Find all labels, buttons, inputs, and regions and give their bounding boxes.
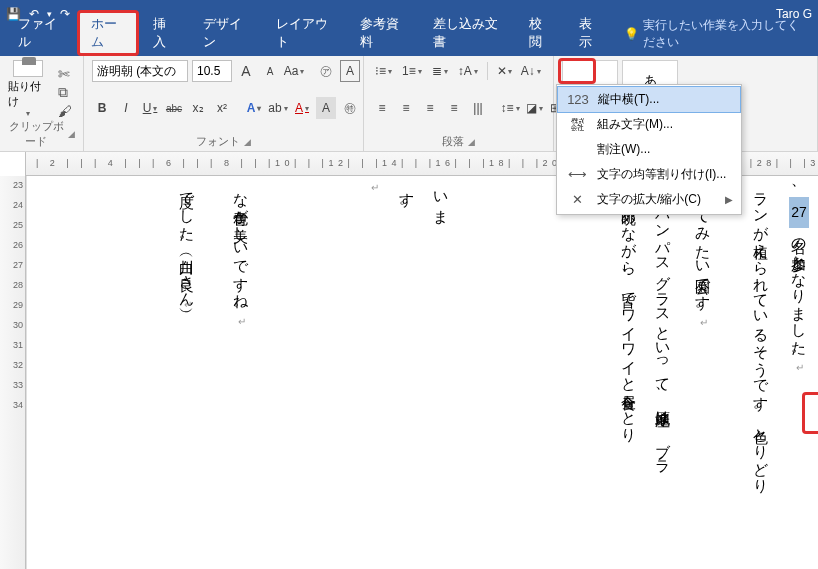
tab-home[interactable]: ホーム	[77, 10, 139, 56]
shading-button[interactable]: ◪	[524, 97, 544, 119]
superscript-button[interactable]: x²	[212, 97, 232, 119]
bold-button[interactable]: B	[92, 97, 112, 119]
kumimoji-icon: ㍿	[565, 117, 589, 132]
text-line-6: な青色が美しいですね。↵	[224, 182, 258, 562]
tcy-icon: 123	[566, 92, 590, 107]
change-case-button[interactable]: Aa	[284, 60, 304, 82]
grow-font-button[interactable]: A	[236, 60, 256, 82]
paste-button[interactable]: 貼り付け ▾	[8, 60, 48, 118]
tab-view[interactable]: 表示	[565, 10, 615, 56]
document-area: 232425262728293031323334 、総勢27名の参加となりました…	[0, 176, 818, 569]
bullets-button[interactable]: ⁝≡	[372, 60, 395, 82]
menu-kumimoji-label: 組み文字(M)...	[597, 116, 673, 133]
text-direction-button[interactable]: ↕A	[455, 60, 481, 82]
tell-me-placeholder: 実行したい作業を入力してください	[643, 17, 806, 51]
selected-number-27: 27	[789, 197, 809, 228]
char-shading-button[interactable]: A	[316, 97, 336, 119]
line-spacing-button[interactable]: ↕≡	[500, 97, 520, 119]
group-clipboard: 貼り付け ▾ ✄ ⧉ 🖌 クリップボード ◢	[0, 56, 84, 151]
subscript-button[interactable]: x₂	[188, 97, 208, 119]
text-line-2: ランが植えられているそうです。色とりどり	[744, 182, 778, 562]
tab-insert[interactable]: 挿入	[139, 10, 189, 56]
group-font: A A Aa ㋐ A B I U abc x₂ x² A ab A A ㊕ フォ…	[84, 56, 364, 151]
fitwidth-icon: ⟷	[565, 167, 589, 182]
italic-button[interactable]: I	[116, 97, 136, 119]
text-line-5: います。↵	[357, 182, 458, 222]
tab-mailings[interactable]: 差し込み文書	[419, 10, 514, 56]
format-painter-icon[interactable]: 🖌	[58, 103, 72, 119]
tab-references[interactable]: 参考資料	[346, 10, 419, 56]
menu-fitwidth-label: 文字の均等割り付け(I)...	[597, 166, 726, 183]
text-line-7: 度でした。（白川 良さん）↵	[170, 182, 204, 562]
menu-char-scale[interactable]: ✕ 文字の拡大/縮小(C) ▶	[557, 187, 741, 212]
tell-me-search[interactable]: 💡 実行したい作業を入力してください	[616, 12, 814, 56]
text-effects-button[interactable]: A	[244, 97, 264, 119]
ribbon-tabs: ファイル ホーム 挿入 デザイン レイアウト 参考資料 差し込み文書 校閲 表示…	[0, 28, 818, 56]
menu-tcy-label: 縦中横(T)...	[598, 91, 659, 108]
text-line-1: 、総勢27名の参加となりました。↵	[782, 182, 816, 562]
distributed-button[interactable]: |||	[468, 97, 488, 119]
ruby-button[interactable]: ㋐	[316, 60, 336, 82]
align-top-button[interactable]: ≡	[372, 97, 392, 119]
text-line-4: 。パンパスグラスといって、原産地は、ブラ穂を眺めながら、皆でワイワイと昼食をとり	[612, 182, 680, 562]
menu-tate-chu-yoko[interactable]: 123 縦中横(T)...	[557, 86, 741, 113]
group-clipboard-label: クリップボード	[8, 119, 64, 149]
numbering-button[interactable]: 1≡	[399, 60, 425, 82]
font-color-button[interactable]: A	[292, 97, 312, 119]
menu-kumimoji[interactable]: ㍿ 組み文字(M)...	[557, 112, 741, 137]
tab-file[interactable]: ファイル	[4, 10, 77, 56]
asian-layout-button[interactable]: ✕	[494, 60, 514, 82]
ribbon: 貼り付け ▾ ✄ ⧉ 🖌 クリップボード ◢ A A Aa ㋐ A B	[0, 56, 818, 152]
menu-warichu[interactable]: 割注(W)...	[557, 137, 741, 162]
paste-icon	[13, 60, 43, 77]
underline-button[interactable]: U	[140, 97, 160, 119]
highlight-button[interactable]: ab	[268, 97, 288, 119]
sort-button[interactable]: A↓	[518, 60, 544, 82]
clipboard-dialog-launcher[interactable]: ◢	[68, 129, 75, 139]
group-font-label: フォント	[196, 134, 240, 149]
document-page[interactable]: 、総勢27名の参加となりました。↵ ランが植えられているそうです。色とりどり っ…	[26, 176, 818, 569]
copy-icon[interactable]: ⧉	[58, 84, 72, 101]
font-size-combo[interactable]	[192, 60, 232, 82]
menu-scale-label: 文字の拡大/縮小(C)	[597, 191, 701, 208]
group-paragraph-label: 段落	[442, 134, 464, 149]
text-line-3: ってみたい公園です。↵	[686, 182, 720, 562]
shrink-font-button[interactable]: A	[260, 60, 280, 82]
strike-button[interactable]: abc	[164, 97, 184, 119]
font-dialog-launcher[interactable]: ◢	[244, 137, 251, 147]
group-paragraph: ⁝≡ 1≡ ≣ ↕A ✕ A↓ ≡ ≡ ≡ ≡ ||| ↕≡ ◪ ⊞ 段落 ◢	[364, 56, 554, 151]
align-bottom-button[interactable]: ≡	[420, 97, 440, 119]
align-center-button[interactable]: ≡	[396, 97, 416, 119]
paragraph-dialog-launcher[interactable]: ◢	[468, 137, 475, 147]
submenu-arrow-icon: ▶	[725, 194, 733, 205]
align-justify-button[interactable]: ≡	[444, 97, 464, 119]
clear-format-button[interactable]: A	[340, 60, 360, 82]
enclose-char-button[interactable]: ㊕	[340, 97, 360, 119]
lightbulb-icon: 💡	[624, 27, 639, 41]
multilevel-button[interactable]: ≣	[429, 60, 451, 82]
menu-fit-width[interactable]: ⟷ 文字の均等割り付け(I)...	[557, 162, 741, 187]
paste-label: 貼り付け	[8, 79, 48, 109]
tab-review[interactable]: 校閲	[515, 10, 565, 56]
asian-layout-menu: 123 縦中横(T)... ㍿ 組み文字(M)... 割注(W)... ⟷ 文字…	[556, 84, 742, 215]
vertical-ruler[interactable]: 232425262728293031323334	[0, 176, 26, 569]
scale-icon: ✕	[565, 192, 589, 207]
tab-layout[interactable]: レイアウト	[262, 10, 346, 56]
cut-icon[interactable]: ✄	[58, 66, 72, 82]
tab-design[interactable]: デザイン	[189, 10, 262, 56]
menu-warichu-label: 割注(W)...	[597, 141, 650, 158]
font-name-combo[interactable]	[92, 60, 188, 82]
